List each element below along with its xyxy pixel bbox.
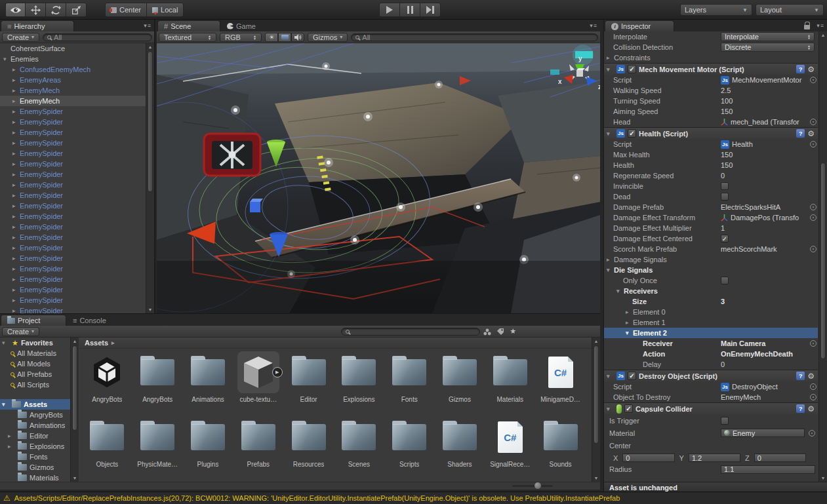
color-mode-dropdown[interactable]: RGB xyxy=(220,33,262,42)
hierarchy-item[interactable]: EnemyAreas xyxy=(0,75,154,85)
help-icon[interactable]: ? xyxy=(796,129,805,138)
asset-item[interactable]: Animations xyxy=(183,349,233,414)
favorites-root[interactable]: ★Favorites xyxy=(0,338,78,348)
foldout-arrow-icon[interactable] xyxy=(607,130,614,137)
foldout-arrow-icon[interactable] xyxy=(12,66,20,73)
scroll-up-icon[interactable]: ▲ xyxy=(71,339,79,343)
scale-tool-button[interactable] xyxy=(66,3,87,17)
head-object-field[interactable]: mech_head (Transfor xyxy=(721,118,818,126)
asset-item[interactable]: Resources xyxy=(283,414,334,478)
hierarchy-item[interactable]: EnemySpider xyxy=(0,190,154,201)
hierarchy-item[interactable]: EnemySpider xyxy=(0,305,154,313)
gizmos-dropdown[interactable]: Gizmos▾ xyxy=(308,33,348,42)
layers-dropdown[interactable]: Layers▼ xyxy=(680,4,752,16)
hierarchy-search-input[interactable]: All xyxy=(43,33,152,41)
hierarchy-item[interactable]: EnemySpider xyxy=(0,295,154,305)
tree-item[interactable]: Fonts xyxy=(0,452,78,462)
scene-viewport[interactable]: y x z xyxy=(157,43,600,313)
center-z-field[interactable]: 0 xyxy=(754,454,806,462)
foldout-arrow-icon[interactable] xyxy=(12,87,20,94)
asset-item[interactable]: AngryBots xyxy=(82,349,132,414)
capsule-collider-header[interactable]: ✓Capsule Collider?⚙ xyxy=(604,402,818,414)
size-field[interactable]: 3 xyxy=(721,298,818,305)
hierarchy-item[interactable]: EnemySpider xyxy=(0,127,154,138)
asset-item[interactable]: C# SignalRece… xyxy=(485,414,535,478)
foldout-arrow-icon[interactable] xyxy=(2,339,9,346)
scroll-up-icon[interactable]: ▲ xyxy=(819,33,827,37)
asset-item[interactable]: cube-textu… xyxy=(233,349,283,414)
asset-item[interactable]: Fonts xyxy=(384,349,435,414)
layout-dropdown[interactable]: Layout▼ xyxy=(756,4,824,16)
foldout-arrow-icon[interactable] xyxy=(12,182,20,188)
tree-item[interactable]: Editor xyxy=(0,431,78,441)
foldout-arrow-icon[interactable] xyxy=(616,288,624,294)
hierarchy-item[interactable]: EnemySpider xyxy=(0,232,154,242)
scrollbar-thumb[interactable] xyxy=(72,345,77,431)
scroll-down-icon[interactable]: ▼ xyxy=(71,476,79,480)
step-button[interactable] xyxy=(420,3,441,17)
local-button[interactable]: Local xyxy=(147,3,184,17)
hierarchy-item[interactable]: EnemySpider xyxy=(0,274,154,284)
constraints-foldout[interactable]: Constraints xyxy=(604,52,818,63)
filter-type-icon[interactable] xyxy=(483,328,491,336)
foldout-arrow-icon[interactable] xyxy=(12,140,20,146)
grid-scrollbar[interactable]: ▲ ▼ xyxy=(592,338,600,482)
asset-item[interactable]: Objects xyxy=(82,414,132,478)
component-enabled-checkbox[interactable]: ✓ xyxy=(628,129,636,138)
tree-item[interactable]: Animations xyxy=(0,420,78,431)
health-field[interactable]: 150 xyxy=(721,161,818,169)
console-status-bar[interactable]: ⚠ Assets/Scripts/Editor/ReplacePrefabIns… xyxy=(0,492,827,504)
foldout-arrow-icon[interactable] xyxy=(12,223,20,230)
script-field[interactable]: JsDestroyObject xyxy=(721,383,818,391)
object-to-destroy-field[interactable]: EnemyMech xyxy=(721,393,818,401)
tab-scene[interactable]: #Scene xyxy=(157,20,220,31)
element-1-foldout[interactable]: Element 1 xyxy=(604,317,818,328)
hierarchy-item[interactable]: EnemySpider xyxy=(0,211,154,222)
hierarchy-item[interactable]: EnemyMech xyxy=(0,96,154,106)
create-button[interactable]: Create▾ xyxy=(2,33,39,42)
foldout-arrow-icon[interactable] xyxy=(607,373,614,379)
rotate-tool-button[interactable] xyxy=(46,3,66,17)
asset-item[interactable]: Explosions xyxy=(334,349,384,414)
help-icon[interactable]: ? xyxy=(796,65,805,73)
move-tool-button[interactable] xyxy=(26,3,46,17)
foldout-arrow-icon[interactable] xyxy=(626,319,633,326)
script-field[interactable]: JsHealth xyxy=(721,140,818,149)
object-picker-icon[interactable] xyxy=(809,430,815,436)
tree-scrollbar[interactable]: ▲ ▼ xyxy=(70,338,79,482)
hierarchy-item[interactable]: Enemies xyxy=(0,54,154,64)
element-0-foldout[interactable]: Element 0 xyxy=(604,307,818,317)
center-y-field[interactable]: 1.2 xyxy=(689,454,740,462)
thumbnail-size-slider[interactable] xyxy=(512,485,553,487)
hierarchy-item[interactable]: CoherentSurface xyxy=(0,43,154,54)
foldout-arrow-icon[interactable] xyxy=(607,66,614,73)
foldout-arrow-icon[interactable] xyxy=(12,297,20,303)
action-field[interactable]: OnEnemyMechDeath xyxy=(721,350,818,358)
hierarchy-item[interactable]: EnemySpider xyxy=(0,253,154,263)
scrollbar-thumb[interactable] xyxy=(820,163,826,359)
foldout-arrow-icon[interactable] xyxy=(607,256,614,263)
lighting-toggle[interactable]: ☀ xyxy=(265,33,278,42)
die-signals-foldout[interactable]: Die Signals xyxy=(604,265,818,275)
receivers-foldout[interactable]: Receivers xyxy=(604,286,818,296)
walking-speed-field[interactable]: 2.5 xyxy=(721,87,818,94)
inspector-scrollbar[interactable]: ▲ ▼ xyxy=(818,31,827,482)
play-button[interactable] xyxy=(379,3,400,17)
foldout-arrow-icon[interactable] xyxy=(607,267,614,273)
object-picker-icon[interactable] xyxy=(810,383,817,390)
object-picker-icon[interactable] xyxy=(810,119,817,125)
invincible-checkbox[interactable] xyxy=(721,182,729,190)
foldout-arrow-icon[interactable] xyxy=(2,401,9,408)
damage-effect-multiplier-field[interactable]: 1 xyxy=(721,224,818,232)
hierarchy-item[interactable]: EnemyMech xyxy=(0,85,154,96)
tab-inspector[interactable]: iInspector xyxy=(605,20,674,31)
aiming-speed-field[interactable]: 150 xyxy=(721,107,818,115)
hierarchy-item[interactable]: EnemySpider xyxy=(0,159,154,169)
interpolate-dropdown[interactable]: Interpolate xyxy=(721,32,815,41)
script-field[interactable]: JsMechMovementMotor xyxy=(721,76,818,85)
lock-icon[interactable] xyxy=(804,25,810,29)
tree-item-assets[interactable]: Assets xyxy=(0,399,78,410)
pause-button[interactable] xyxy=(400,3,420,17)
foldout-arrow-icon[interactable] xyxy=(12,307,20,313)
foldout-arrow-icon[interactable] xyxy=(607,54,614,61)
